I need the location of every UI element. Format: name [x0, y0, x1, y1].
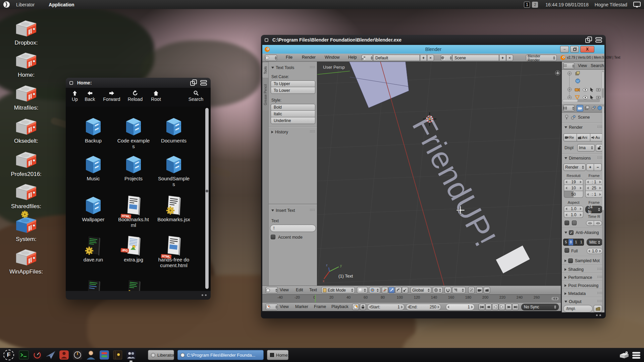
to-lower-button[interactable]: To Lower: [271, 87, 315, 94]
window-maximize-icon[interactable]: [190, 79, 197, 86]
window-depth-gadget[interactable]: [265, 38, 268, 42]
visibility-eye-icon[interactable]: [583, 88, 588, 92]
panel-grip-icon[interactable]: [310, 130, 315, 133]
accent-mode-checkbox[interactable]: [271, 235, 275, 239]
resize-grip[interactable]: [596, 314, 601, 316]
render-still-button[interactable]: Re: [564, 133, 577, 141]
timeline-menu-view[interactable]: View: [280, 304, 289, 309]
add-layout-button[interactable]: +: [420, 55, 427, 61]
aa-size-field[interactable]: 1.0: [587, 248, 603, 254]
file-item[interactable]: Code examples: [117, 116, 150, 149]
underline-button[interactable]: Underline: [271, 117, 315, 124]
tray-system-drive-icon[interactable]: [619, 351, 631, 359]
panel-grip-icon[interactable]: [597, 267, 602, 270]
res-x-field[interactable]: 19: [564, 179, 583, 185]
app-minimize-button[interactable]: −: [560, 46, 569, 53]
outliner-menu-view[interactable]: View: [578, 63, 587, 68]
panel-grip-icon[interactable]: [310, 66, 315, 68]
editor-type-button[interactable]: [266, 287, 278, 293]
pin-icon[interactable]: [565, 115, 569, 120]
browse-output-button[interactable]: [594, 305, 602, 312]
scene-item-icon[interactable]: [575, 71, 580, 76]
render-audio-button[interactable]: Au: [590, 133, 603, 141]
scrollbar[interactable]: [205, 108, 209, 289]
visibility-eye-icon[interactable]: [583, 96, 588, 99]
editor-type-button[interactable]: [563, 63, 575, 69]
frame-end-field[interactable]: End:250: [406, 304, 441, 310]
panel-post-processing[interactable]: Post Processing: [562, 282, 604, 289]
desktop-icon-home[interactable]: Home:: [5, 50, 47, 78]
play-button[interactable]: [499, 304, 505, 310]
current-frame-marker[interactable]: [315, 295, 316, 303]
desktop-icon-oksedelt[interactable]: Oksedelt:: [5, 116, 47, 144]
blender-titlebar[interactable]: C:\Program Files\Blender Foundation\Blen…: [261, 35, 606, 45]
file-item[interactable]: Music: [76, 154, 110, 181]
scrollbar-thumb[interactable]: [602, 72, 604, 88]
aa-samples-11[interactable]: 1: [573, 239, 579, 245]
tab-grease-pencil[interactable]: Grease Pencil: [262, 79, 268, 111]
italic-button[interactable]: Italic: [271, 111, 315, 117]
view-menu[interactable]: View: [280, 288, 289, 292]
time-remap-new[interactable]: [594, 221, 602, 226]
desktop-icon-dropbox[interactable]: Dropbox:: [5, 18, 47, 46]
add-scene-button[interactable]: +: [499, 55, 506, 61]
region-plus-icon[interactable]: [555, 70, 560, 75]
manipulator-rotate-button[interactable]: [395, 287, 401, 293]
render-animation-button[interactable]: Ani: [577, 133, 590, 141]
forward-button[interactable]: Forward: [101, 90, 122, 102]
file-item[interactable]: HTMLhands-free document.html: [157, 235, 191, 268]
panel-grip-icon[interactable]: [597, 156, 602, 159]
properties-vscrollbar[interactable]: [602, 105, 604, 310]
bold-button[interactable]: Bold: [271, 104, 315, 111]
mode-dropdown[interactable]: Edit Mode: [321, 287, 355, 293]
menu-help[interactable]: Help: [348, 55, 357, 60]
camera-item-icon[interactable]: [575, 87, 580, 92]
panel-anti-aliasing[interactable]: ✓ Anti-Aliasing: [562, 229, 604, 236]
to-upper-button[interactable]: To Upper: [271, 80, 315, 87]
tray-list-icon[interactable]: [632, 352, 641, 359]
menu-liberator[interactable]: Liberator: [14, 2, 37, 7]
pivot-dropdown[interactable]: [369, 287, 380, 293]
panel-grip-icon[interactable]: [597, 292, 602, 294]
dock-red-app-icon[interactable]: [59, 350, 69, 360]
render-border-button[interactable]: [468, 287, 475, 293]
scene-field[interactable]: Scene: [452, 55, 499, 61]
task-button-liberator[interactable]: Liberator: [148, 350, 174, 360]
expand-icon[interactable]: [567, 71, 572, 76]
manipulator-scale-button[interactable]: [402, 287, 408, 293]
panel-grip-icon[interactable]: [310, 208, 315, 211]
render-preset-dropdown[interactable]: Render: [564, 164, 586, 171]
file-item[interactable]: Bookmarks.jsx: [157, 194, 191, 222]
border-checkbox[interactable]: [565, 221, 569, 225]
dock-book-icon[interactable]: [113, 350, 123, 360]
aa-filter-dropdown[interactable]: Mitc: [587, 239, 603, 246]
file-item[interactable]: HTMLBookmarks.html: [117, 194, 150, 228]
menu-file[interactable]: File: [286, 55, 292, 60]
editor-type-button[interactable]: [563, 105, 575, 111]
plane-object[interactable]: [349, 62, 409, 108]
expand-icon[interactable]: [567, 87, 572, 92]
editor-type-button[interactable]: [266, 304, 278, 310]
desktop-icon-mitrafiles[interactable]: Mitrafiles:: [5, 83, 47, 111]
desktop-icon-winappfiles[interactable]: WinAppFiles:: [5, 247, 47, 275]
file-item[interactable]: [76, 278, 110, 291]
reload-button[interactable]: Reload: [126, 90, 144, 102]
orientation-sphere-dropdown[interactable]: [433, 287, 443, 293]
res-y-field[interactable]: 10: [564, 185, 583, 191]
task-button-blender[interactable]: C:\Program Files\Blender Founda...: [177, 350, 264, 360]
task-button-home[interactable]: Home:: [267, 350, 288, 360]
text-menu[interactable]: Text: [309, 288, 317, 292]
panel-grip-icon[interactable]: [597, 300, 602, 302]
workspace-2-badge[interactable]: 2: [532, 2, 538, 8]
app-close-button[interactable]: X: [580, 46, 594, 53]
output-path-field[interactable]: /tmp\: [563, 305, 593, 312]
timeline-menu-frame[interactable]: Frame: [314, 304, 326, 309]
sync-mode-dropdown[interactable]: No Sync: [521, 304, 559, 310]
friend-menu-button[interactable]: F: [3, 350, 14, 360]
timeline-ruler[interactable]: -40 -20 0 20 40 60 80 100 120 140 160 18…: [262, 294, 561, 302]
desktop-icon-profes2016[interactable]: Profes2016:: [5, 149, 47, 178]
outliner-vscrollbar[interactable]: [602, 71, 604, 98]
opengl-render-anim-button[interactable]: [484, 287, 490, 293]
crop-checkbox[interactable]: [572, 221, 577, 225]
dock-avatar-icon[interactable]: [86, 350, 96, 360]
